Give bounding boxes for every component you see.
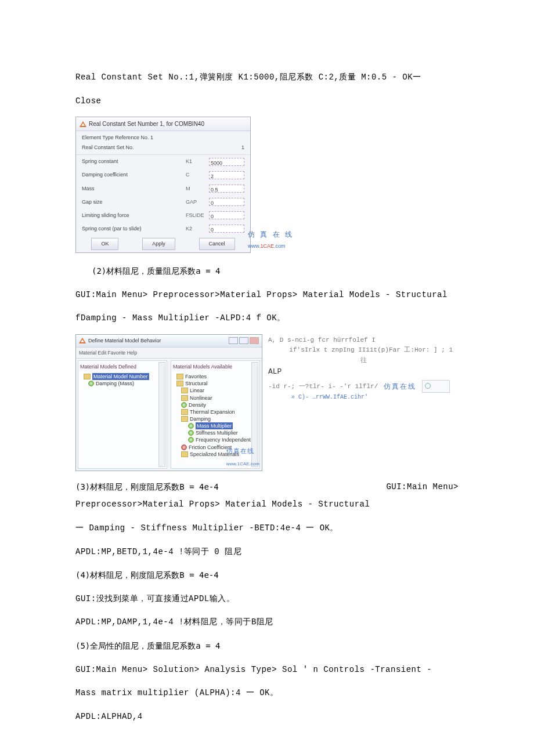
real-constant-dialog: Real Constant Set Number 1, for COMBIN40…	[75, 117, 251, 253]
ansys-icon	[79, 338, 86, 343]
input-c[interactable]: 2	[209, 171, 244, 179]
tree-item[interactable]: Material Model Number	[80, 373, 165, 380]
tree-item[interactable]: Mass Multiplier	[173, 422, 258, 429]
dialog-subheader: Element Type Reference No. 1 Real Consta…	[76, 131, 250, 155]
material-titlebar: Define Material Model Behavior	[76, 335, 262, 348]
tree-label: Favorites	[185, 373, 207, 380]
dialog-titlebar: Real Constant Set Number 1, for COMBIN40	[76, 117, 250, 131]
label-fslide: Limiting sliding force	[82, 211, 186, 220]
code-gap: GAP	[186, 197, 209, 207]
tree-label: Material Model Number	[92, 373, 149, 380]
sec2-heading: (2)材料阻尼，质量阻尼系数a = 4	[75, 263, 459, 279]
row-fslide: Limiting sliding force FSLIDE 0	[76, 209, 250, 222]
tree-item[interactable]: Linear	[173, 387, 258, 394]
sec4-heading: (4)材料阻尼，刚度阻尼系数B = 4e-4	[75, 567, 459, 583]
atom-icon	[88, 381, 94, 386]
tree-label: Damping (Mass)	[96, 380, 134, 387]
code-fslide: FSLIDE	[186, 211, 209, 220]
atom-icon	[181, 402, 187, 408]
folder-icon	[181, 409, 188, 415]
ok-button[interactable]: OK	[91, 238, 118, 250]
tree-label: Frequency Independent	[196, 436, 251, 443]
folder-icon	[181, 416, 188, 422]
input-fslide[interactable]: 0	[209, 211, 244, 219]
code-c: C	[186, 170, 209, 180]
tree-item[interactable]: Thermal Expansion	[173, 408, 258, 415]
frag-wm-cn: 仿真在线	[384, 381, 416, 392]
tree-item[interactable]: Structural	[173, 380, 258, 387]
tree-label: Mass Multiplier	[196, 422, 233, 429]
intro-line-2: Close	[75, 93, 459, 109]
left-col-head: Material Models Defined	[80, 362, 165, 373]
material-defined-panel: Material Models Defined Material Model N…	[78, 360, 167, 469]
row-c: Damping coefficient C 2	[76, 168, 250, 182]
frag-line-1: A, D s-nci-g fcr hürrfolef I	[268, 335, 459, 346]
folder-icon	[176, 374, 183, 379]
code-m: M	[186, 184, 209, 194]
material-model-dialog: Define Material Model Behavior Material …	[75, 334, 262, 471]
code-k2: K2	[186, 224, 209, 234]
frag-line-2: if'sIrlx t znpIng II11t(p)Far 工:Hor: ] ;…	[268, 345, 459, 356]
frag-cn: 往	[268, 356, 459, 366]
window-buttons	[229, 337, 259, 344]
sec3-gui-label: GUI:Main Menu>	[386, 479, 459, 495]
min-icon[interactable]	[229, 337, 238, 344]
tree-label: Damping	[190, 415, 211, 422]
row-k2: Spring const (par to slide) K2 0	[76, 222, 250, 236]
sec4-line1: GUI:没找到菜单，可直接通过APDL输入。	[75, 591, 459, 607]
tree-label: Linear	[190, 387, 204, 394]
folder-icon	[181, 395, 188, 401]
material-menubar[interactable]: Material Edit Favorite Help	[76, 348, 262, 359]
sec3-line1: Preprocessor>Material Props> Material Mo…	[75, 497, 459, 512]
input-k2[interactable]: 0	[209, 225, 244, 233]
atom-icon	[188, 430, 194, 436]
frag-credit: » C)- …rrWW.IfAE.cihr'	[268, 393, 459, 402]
dialog-title-text: Real Constant Set Number 1, for COMBIN40	[89, 118, 204, 129]
tree-item[interactable]: Stiffness Multiplier	[173, 429, 258, 436]
atom-icon	[188, 423, 194, 429]
sec5-line1: GUI:Main Menu> Solution> Analysis Type> …	[75, 662, 459, 678]
graph-icon	[422, 380, 450, 393]
tree-item[interactable]: Favorites	[173, 373, 258, 380]
right-side-fragment: A, D s-nci-g fcr hürrfolef I if'sIrlx t …	[268, 334, 459, 403]
set-no-input[interactable]: 1	[241, 143, 244, 153]
tree-label: Thermal Expansion	[190, 408, 235, 415]
input-m[interactable]: 0.5	[209, 185, 244, 193]
tree-item[interactable]: Density	[173, 401, 258, 408]
sec5-heading: (5)全局性的阻尼，质量阻尼系数a = 4	[75, 638, 459, 654]
material-title-text: Define Material Model Behavior	[88, 336, 161, 346]
label-k1: Spring constant	[82, 157, 186, 167]
watermark: 仿 真 在 线 www.1CAE.com	[248, 228, 294, 251]
sec5-line2: Mass matrix multiplier (ALPHA):4 一 OK。	[75, 685, 459, 701]
watermark: 仿真在线 www.1CAE.com	[226, 445, 259, 469]
apply-button[interactable]: Apply	[142, 238, 175, 250]
row-gap: Gap size GAP 0	[76, 196, 250, 209]
scrollbar[interactable]	[158, 362, 165, 467]
atom-icon	[188, 437, 194, 443]
tree-item[interactable]: Damping	[173, 415, 258, 422]
sec2-gui-line1: GUI:Main Menu> Preprocessor>Material Pro…	[75, 287, 459, 303]
tree-label: Stiffness Multiplier	[196, 429, 238, 436]
close-icon[interactable]	[250, 337, 259, 344]
folder-icon	[181, 388, 188, 393]
atom-icon	[181, 444, 187, 450]
element-type-ref-label: Element Type Reference No. 1	[82, 133, 244, 143]
sec4-line2: APDL:MP,DAMP,1,4e-4 !材料阻尼，等同于B阻尼	[75, 614, 459, 630]
sec5-line3: APDL:ALPHAD,4	[75, 709, 459, 725]
tree-item[interactable]: Damping (Mass)	[80, 380, 165, 387]
label-gap: Gap size	[82, 197, 186, 207]
input-k1[interactable]: 5000	[209, 158, 244, 166]
label-m: Mass	[82, 184, 186, 194]
sec3-heading: (3)材料阻尼，刚度阻尼系数B = 4e-4	[75, 479, 219, 495]
row-k1: Spring constant K1 5000	[76, 155, 250, 168]
frag-alp: ALP	[268, 366, 459, 378]
max-icon[interactable]	[239, 337, 248, 344]
set-no-label: Real Constant Set No.	[82, 143, 241, 153]
tree-item[interactable]: Frequency Independent	[173, 436, 258, 443]
label-c: Damping coefficient	[82, 170, 186, 180]
input-gap[interactable]: 0	[209, 198, 244, 206]
cancel-button[interactable]: Cancel	[199, 238, 235, 250]
tree-label: Structural	[185, 380, 208, 387]
row-m: Mass M 0.5	[76, 182, 250, 196]
tree-item[interactable]: Nonlinear	[173, 395, 258, 401]
